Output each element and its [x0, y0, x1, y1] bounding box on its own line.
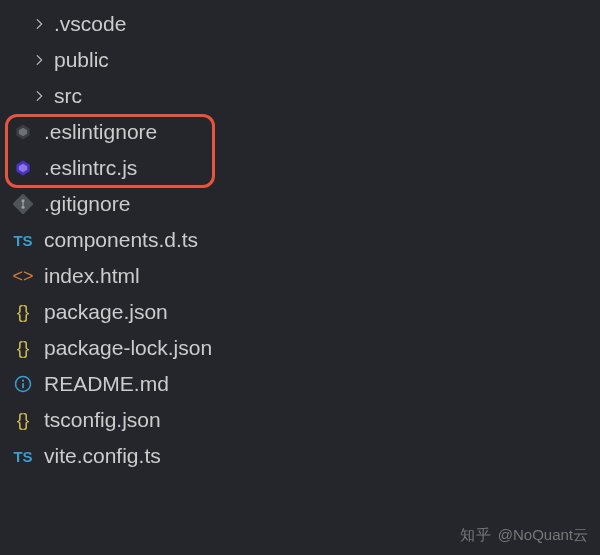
file-label: README.md	[44, 372, 169, 396]
file-eslintrc[interactable]: .eslintrc.js	[0, 150, 600, 186]
file-label: .eslintrc.js	[44, 156, 137, 180]
file-tsconfig[interactable]: {} tsconfig.json	[0, 402, 600, 438]
watermark-brand: 知乎	[460, 526, 492, 545]
chevron-right-icon	[30, 87, 48, 105]
folder-label: public	[54, 48, 109, 72]
chevron-right-icon	[30, 15, 48, 33]
typescript-icon: TS	[12, 445, 34, 467]
json-icon: {}	[12, 301, 34, 323]
json-icon: {}	[12, 337, 34, 359]
folder-label: src	[54, 84, 82, 108]
file-label: components.d.ts	[44, 228, 198, 252]
file-label: .gitignore	[44, 192, 130, 216]
folder-src[interactable]: src	[0, 78, 600, 114]
chevron-right-icon	[30, 51, 48, 69]
info-icon	[12, 373, 34, 395]
file-package-json[interactable]: {} package.json	[0, 294, 600, 330]
watermark-handle: @NoQuant云	[498, 526, 588, 545]
file-readme[interactable]: README.md	[0, 366, 600, 402]
svg-rect-10	[22, 383, 24, 388]
folder-public[interactable]: public	[0, 42, 600, 78]
file-label: index.html	[44, 264, 140, 288]
svg-point-9	[22, 380, 24, 382]
typescript-icon: TS	[12, 229, 34, 251]
watermark: 知乎 @NoQuant云	[460, 526, 588, 545]
file-package-lock[interactable]: {} package-lock.json	[0, 330, 600, 366]
file-index-html[interactable]: <> index.html	[0, 258, 600, 294]
git-icon	[12, 193, 34, 215]
eslint-icon	[12, 121, 34, 143]
folder-vscode[interactable]: .vscode	[0, 6, 600, 42]
file-components-dts[interactable]: TS components.d.ts	[0, 222, 600, 258]
file-gitignore[interactable]: .gitignore	[0, 186, 600, 222]
file-eslintignore[interactable]: .eslintignore	[0, 114, 600, 150]
folder-label: .vscode	[54, 12, 126, 36]
file-label: vite.config.ts	[44, 444, 161, 468]
file-label: tsconfig.json	[44, 408, 161, 432]
file-label: package-lock.json	[44, 336, 212, 360]
file-tree: .vscode public src .eslintignore .eslint…	[0, 0, 600, 474]
file-vite-config[interactable]: TS vite.config.ts	[0, 438, 600, 474]
html-icon: <>	[12, 265, 34, 287]
json-icon: {}	[12, 409, 34, 431]
file-label: package.json	[44, 300, 168, 324]
file-label: .eslintignore	[44, 120, 157, 144]
eslint-icon	[12, 157, 34, 179]
